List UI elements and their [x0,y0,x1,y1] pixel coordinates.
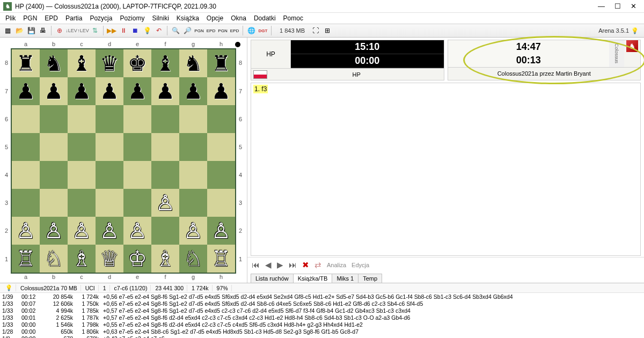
square-e2[interactable]: ♙ [123,217,151,245]
nav-prev-icon[interactable]: ◀ [265,260,272,270]
menu-partia[interactable]: Partia [62,14,85,22]
zoom-out-icon[interactable]: 🔎 [182,25,193,36]
square-a8[interactable]: ♜ [12,49,40,77]
square-h2[interactable]: ♙ [207,217,235,245]
square-d5[interactable] [96,133,123,161]
square-e1[interactable]: ♔ [123,245,151,273]
square-b8[interactable]: ♞ [40,49,68,77]
square-e6[interactable] [123,105,151,133]
square-d8[interactable]: ♛ [96,49,123,77]
nav-analiza[interactable]: Analiza [327,262,346,268]
takeback-icon[interactable]: ↶ [153,25,164,36]
menu-pozycja[interactable]: Pozycja [86,14,115,22]
menu-pomoc[interactable]: Pomoc [280,14,306,22]
square-a2[interactable]: ♙ [12,217,40,245]
square-h1[interactable]: ♖ [207,245,235,273]
nav-edycja[interactable]: Edycja [352,262,369,268]
square-a4[interactable] [12,161,40,189]
menu-plik[interactable]: Plik [2,14,19,22]
square-f7[interactable]: ♟ [151,77,179,105]
square-f1[interactable]: ♗ [151,245,179,273]
square-h8[interactable]: ♜ [207,49,235,77]
square-f5[interactable] [151,133,179,161]
globe-icon[interactable]: 🌐 [246,25,257,36]
square-c5[interactable] [68,133,96,161]
menu-pgn[interactable]: PGN [20,14,40,22]
square-b6[interactable] [40,105,68,133]
board-icon[interactable]: ▦ [2,25,13,36]
notation-panel[interactable]: 1. f3 [251,83,641,256]
menu-ksiazka[interactable]: Książka [173,14,202,22]
pgn2-icon[interactable]: PGN [217,25,228,36]
current-move[interactable]: 1. f3 [253,85,268,93]
square-a3[interactable] [12,189,40,217]
pause-icon[interactable]: ⏸ [118,25,129,36]
square-f2[interactable] [151,217,179,245]
nav-swap-icon[interactable]: ⇄ [314,260,321,270]
square-g4[interactable] [179,161,207,189]
zoom-in-icon[interactable]: 🔍 [170,25,181,36]
square-e7[interactable]: ♟ [123,77,151,105]
square-d7[interactable]: ♟ [96,77,123,105]
square-e3[interactable] [123,189,151,217]
tab-temp[interactable]: Temp [358,274,382,283]
nav-next-icon[interactable]: ▶ [277,260,283,270]
square-a1[interactable]: ♖ [12,245,40,273]
play-icon[interactable]: ▶▶ [106,25,117,36]
menu-okna[interactable]: Okna [228,14,250,22]
new-game-icon[interactable]: ⊕ [54,25,65,36]
epd-small-icon[interactable]: EPD [206,25,216,36]
square-d4[interactable] [96,161,123,189]
maximize-button[interactable]: ☐ [614,2,621,10]
square-e4[interactable] [123,161,151,189]
tab-miks1[interactable]: Miks 1 [332,274,358,283]
square-g8[interactable]: ♞ [179,49,207,77]
square-f8[interactable]: ♝ [151,49,179,77]
menu-epd[interactable]: EPD [41,14,61,22]
square-f6[interactable] [151,105,179,133]
square-h5[interactable] [207,133,235,161]
open-icon[interactable]: 📂 [14,25,25,36]
tab-lista-ruchow[interactable]: Lista ruchów [251,274,294,283]
tab-ksiazka[interactable]: Książka/TB [293,274,333,283]
square-g3[interactable] [179,189,207,217]
square-f3[interactable]: ♙ [151,189,179,217]
nav-last-icon[interactable]: ⏭ [289,260,297,269]
menu-poziomy[interactable]: Poziomy [116,14,148,22]
help-icon[interactable]: 💡 [631,27,639,34]
square-c4[interactable] [68,161,96,189]
square-h6[interactable] [207,105,235,133]
square-g5[interactable] [179,133,207,161]
nav-delete-icon[interactable]: ✖ [302,260,309,270]
square-b1[interactable]: ♘ [40,245,68,273]
square-d1[interactable]: ♕ [96,245,123,273]
menu-silniki[interactable]: Silniki [149,14,172,22]
dgt-icon[interactable]: DGT [258,25,268,36]
square-c7[interactable]: ♟ [68,77,96,105]
square-g7[interactable]: ♟ [179,77,207,105]
square-f4[interactable] [151,161,179,189]
square-h7[interactable]: ♟ [207,77,235,105]
square-b2[interactable]: ♙ [40,217,68,245]
square-c1[interactable]: ♗ [68,245,96,273]
square-c3[interactable] [68,189,96,217]
square-g1[interactable]: ♘ [179,245,207,273]
epd2-icon[interactable]: EPD [229,25,240,36]
pgn-small-icon[interactable]: PGN [194,25,204,36]
square-c2[interactable]: ♙ [68,217,96,245]
square-b4[interactable] [40,161,68,189]
square-c8[interactable]: ♝ [68,49,96,77]
lightbulb-icon[interactable]: 💡 [142,25,152,36]
square-e8[interactable]: ♚ [123,49,151,77]
level-up-icon[interactable]: ↑LEV [78,25,89,36]
square-d2[interactable]: ♙ [96,217,123,245]
square-h3[interactable] [207,189,235,217]
menu-opcje[interactable]: Opcje [203,14,226,22]
square-g2[interactable]: ♙ [179,217,207,245]
square-d3[interactable] [96,189,123,217]
save-icon[interactable]: 💾 [26,25,36,36]
square-b5[interactable] [40,133,68,161]
print-icon[interactable]: 🖶 [38,25,48,36]
square-c6[interactable] [68,105,96,133]
menu-dodatki[interactable]: Dodatki [251,14,279,22]
